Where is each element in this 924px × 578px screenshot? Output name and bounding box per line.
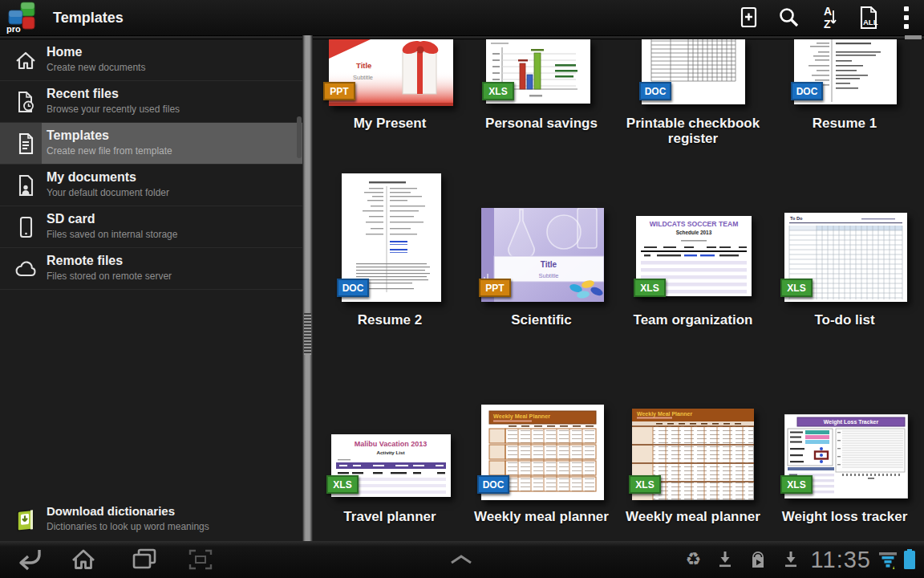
back-icon [14, 546, 44, 573]
recent-files-icon [13, 89, 38, 115]
search-icon [776, 5, 800, 31]
template-name: Weekly meal planner [468, 509, 615, 524]
template-name: Personal savings [468, 116, 615, 131]
home-button[interactable] [58, 541, 109, 578]
sidebar-item-label: Home [47, 45, 82, 59]
svg-text:Subtitle: Subtitle [538, 272, 558, 279]
sidebar-item-label: My documents [47, 170, 136, 185]
svg-text:Activity List: Activity List [376, 450, 404, 455]
sidebar-item-label: Templates [47, 128, 109, 143]
screenshot-button[interactable] [175, 541, 226, 578]
svg-text:Weekly Meal Planner: Weekly Meal Planner [493, 413, 550, 420]
svg-text:ALL: ALL [863, 18, 878, 26]
overflow-menu-button[interactable] [889, 0, 924, 35]
sidebar-item-remote-files[interactable]: Remote files Files stored on remote serv… [0, 248, 302, 290]
sidebar-item-sublabel: Browse your recently used files [47, 104, 180, 115]
template-name: Team organization [619, 312, 767, 328]
filter-button[interactable]: ALL [849, 0, 889, 35]
pane-divider[interactable] [302, 35, 313, 541]
sidebar: Home Create new documents Recent files B… [0, 39, 302, 541]
recent-apps-icon [130, 546, 159, 573]
file-type-badge: PPT [479, 279, 511, 297]
sort-az-icon: A Z [817, 4, 841, 31]
svg-text:WILDCATS SOCCER TEAM: WILDCATS SOCCER TEAM [650, 220, 739, 228]
template-name: Printable checkbook register [625, 116, 761, 146]
sidebar-item-label: Remote files [47, 254, 123, 268]
sidebar-item-my-documents[interactable]: My documents Your default document folde… [0, 165, 302, 206]
download-dictionaries-sublabel: Dictionaries to look up word meanings [47, 521, 209, 532]
svg-text:A: A [824, 5, 832, 18]
logo-pro-text: pro [6, 24, 21, 34]
search-button[interactable] [768, 0, 808, 35]
template-name: Weekly meal planner [619, 509, 767, 524]
sidebar-item-recent-files[interactable]: Recent files Browse your recently used f… [0, 81, 302, 123]
sidebar-item-home[interactable]: Home Create new documents [0, 39, 302, 81]
cloud-icon [13, 256, 38, 282]
sidebar-item-label: Recent files [47, 87, 119, 101]
svg-text:Subtitle: Subtitle [353, 74, 373, 81]
svg-text:Z: Z [824, 18, 831, 31]
file-type-badge: XLS [780, 279, 813, 297]
svg-text:Weekly Meal Planner: Weekly Meal Planner [637, 411, 692, 417]
sync-icon[interactable]: ♻ [686, 541, 702, 578]
chevron-up-icon [447, 554, 476, 565]
file-type-badge: DOC [791, 82, 823, 100]
sd-card-icon [13, 214, 38, 240]
my-documents-icon [13, 173, 38, 198]
app-logo[interactable]: pro [5, 0, 40, 35]
svg-text:Title: Title [356, 61, 371, 70]
action-bar: pro Templates A Z [0, 0, 924, 35]
template-grid: Title Subtitle PPT My Present [313, 39, 924, 541]
svg-text:To Do: To Do [790, 216, 803, 221]
template-name: Weight loss tracker [771, 509, 918, 524]
sidebar-item-sublabel: Create new file from template [47, 145, 172, 157]
hide-bar-button[interactable] [436, 541, 487, 578]
download-icon[interactable] [716, 550, 734, 569]
template-name: My Present [316, 116, 464, 131]
battery-icon [902, 547, 918, 572]
divider-drag-handle[interactable] [304, 313, 311, 355]
home-icon [69, 546, 98, 573]
page-title: Templates [53, 10, 124, 26]
status-tray[interactable]: ♻ 11:35 [686, 541, 924, 578]
template-name: Resume 2 [316, 312, 464, 328]
dictionary-icon [12, 506, 39, 535]
sort-button[interactable]: A Z [808, 0, 849, 35]
overflow-menu-icon [902, 4, 911, 31]
file-type-badge: XLS [634, 279, 666, 297]
clock[interactable]: 11:35 [811, 547, 871, 573]
file-type-badge: XLS [780, 475, 813, 494]
sidebar-item-sublabel: Your default document folder [47, 187, 169, 198]
new-document-button[interactable] [728, 0, 768, 35]
sidebar-item-sublabel: Files stored on remote server [47, 271, 172, 282]
download-dictionaries-item[interactable]: Download dictionaries Dictionaries to lo… [0, 499, 302, 541]
file-type-badge: DOC [337, 279, 369, 297]
back-button[interactable] [3, 541, 55, 578]
svg-text:Malibu Vacation 2013: Malibu Vacation 2013 [355, 440, 428, 448]
new-document-icon [736, 5, 760, 31]
wifi-icon [877, 549, 898, 570]
recent-apps-button[interactable] [119, 541, 170, 578]
sidebar-item-templates[interactable]: Templates Create new file from template [0, 123, 302, 165]
file-type-badge: PPT [323, 82, 355, 100]
sidebar-item-sd-card[interactable]: SD card Files saved on internal storage [0, 206, 302, 248]
sidebar-item-sublabel: Files saved on internal storage [47, 229, 177, 240]
play-store-icon[interactable] [748, 549, 768, 570]
download-icon[interactable] [782, 550, 800, 569]
svg-text:Title: Title [541, 260, 557, 269]
template-name: To-do list [771, 312, 918, 328]
svg-text:Weight Loss Tracker: Weight Loss Tracker [824, 419, 879, 425]
template-name: Scientific [468, 312, 615, 328]
download-dictionaries-label: Download dictionaries [47, 504, 175, 518]
sidebar-item-sublabel: Create new documents [47, 62, 145, 73]
screen: pro Templates A Z [0, 0, 924, 578]
file-type-badge: XLS [326, 475, 359, 494]
sidebar-item-label: SD card [47, 212, 95, 226]
sidebar-scrollbar-thumb[interactable] [297, 116, 302, 158]
template-name: Travel planner [316, 509, 464, 524]
home-icon [13, 47, 38, 73]
filter-all-icon: ALL [856, 5, 881, 31]
system-bar: ♻ 11:35 [0, 541, 924, 578]
svg-text:Schedule 2013: Schedule 2013 [676, 230, 712, 235]
file-type-badge: XLS [629, 475, 661, 494]
